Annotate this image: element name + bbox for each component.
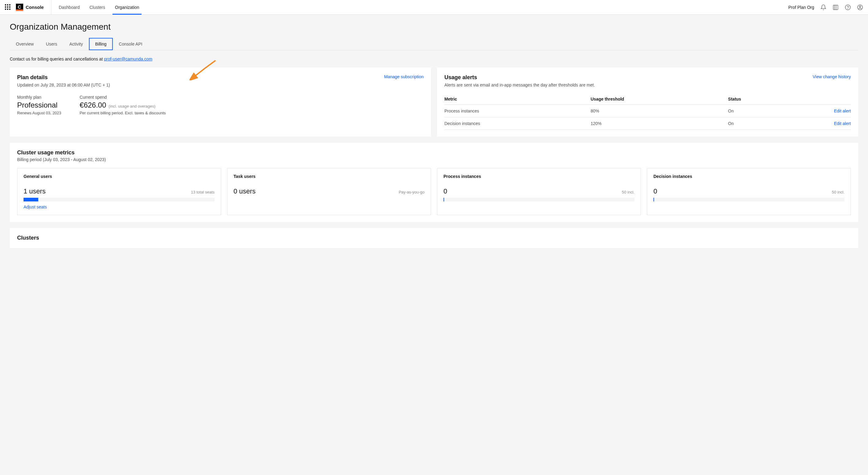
cluster-metrics-period: Billing period (July 03, 2023 - August 0… — [17, 157, 851, 162]
monthly-plan-label: Monthly plan — [17, 95, 61, 100]
cell-threshold: 120% — [590, 117, 728, 130]
tile-value: 0 users — [234, 187, 255, 195]
header-right: Prof Plan Org — [788, 4, 863, 10]
help-icon[interactable] — [845, 4, 851, 10]
spend-value: €626.00 — [80, 101, 106, 109]
nav-dashboard[interactable]: Dashboard — [59, 0, 80, 15]
tile-subvalue: Pay-as-you-go — [399, 190, 425, 194]
tile-title: Task users — [234, 174, 425, 179]
plan-details-title: Plan details — [17, 74, 48, 81]
view-change-history-link[interactable]: View change history — [813, 74, 851, 79]
tile-value: 0 — [443, 187, 447, 195]
cell-threshold: 80% — [590, 105, 728, 117]
tile-task-users: Task users 0 users Pay-as-you-go — [227, 168, 431, 215]
notifications-icon[interactable] — [820, 4, 827, 10]
progress-bar — [443, 198, 634, 201]
svg-point-2 — [848, 8, 848, 8]
plan-renews: Renews August 03, 2023 — [17, 110, 61, 115]
col-metric: Metric — [444, 94, 590, 105]
brand-name: Console — [26, 0, 51, 15]
adjust-seats-link[interactable]: Adjust seats — [24, 204, 215, 210]
tab-users[interactable]: Users — [40, 38, 63, 50]
edit-alert-link[interactable]: Edit alert — [782, 117, 851, 130]
plan-updated: Updated on July 28, 2023 at 06:00 AM (UT… — [17, 83, 424, 87]
apps-icon[interactable] — [833, 4, 839, 10]
tile-general-users: General users 1 users 13 total seats Adj… — [17, 168, 221, 215]
table-row: Decision instances 120% On Edit alert — [444, 117, 851, 130]
progress-bar — [653, 198, 844, 201]
tab-console-api[interactable]: Console API — [113, 38, 149, 50]
page-body: Organization Management Overview Users A… — [0, 15, 868, 255]
tile-title: General users — [24, 174, 215, 179]
top-header: Console Dashboard Clusters Organization … — [0, 0, 868, 15]
plan-name: Professional — [17, 101, 61, 109]
tile-subvalue: 50 incl. — [832, 190, 844, 194]
manage-subscription-link[interactable]: Manage subscription — [384, 74, 424, 79]
tile-process-instances: Process instances 0 50 incl. — [437, 168, 641, 215]
tile-value: 0 — [653, 187, 657, 195]
tile-title: Decision instances — [653, 174, 844, 179]
clusters-title: Clusters — [17, 235, 851, 241]
cluster-metrics-card: Cluster usage metrics Billing period (Ju… — [10, 143, 858, 222]
sub-tabs: Overview Users Activity Billing Console … — [10, 38, 858, 51]
page-title: Organization Management — [10, 22, 858, 32]
contact-line: Contact us for billing queries and cance… — [10, 57, 858, 61]
table-row: Process instances 80% On Edit alert — [444, 105, 851, 117]
svg-rect-0 — [834, 5, 838, 9]
alerts-table: Metric Usage threshold Status Process in… — [444, 94, 851, 130]
svg-point-4 — [860, 6, 861, 7]
tile-subvalue: 50 incl. — [622, 190, 634, 194]
progress-bar — [24, 198, 215, 201]
col-status: Status — [728, 94, 781, 105]
plan-details-card: Plan details Manage subscription Updated… — [10, 68, 431, 137]
cell-status: On — [728, 105, 781, 117]
cell-metric: Process instances — [444, 105, 590, 117]
spend-incl: (incl. usage and overages) — [108, 104, 155, 108]
usage-alerts-card: Usage alerts View change history Alerts … — [437, 68, 858, 137]
monthly-plan-block: Monthly plan Professional Renews August … — [17, 95, 61, 115]
spend-label: Current spend — [80, 95, 166, 100]
tile-title: Process instances — [443, 174, 634, 179]
app-launcher-icon[interactable] — [5, 4, 11, 10]
cell-status: On — [728, 117, 781, 130]
top-nav: Dashboard Clusters Organization — [59, 0, 139, 15]
col-threshold: Usage threshold — [590, 94, 728, 105]
nav-clusters[interactable]: Clusters — [90, 0, 105, 15]
user-icon[interactable] — [857, 4, 863, 10]
tile-decision-instances: Decision instances 0 50 incl. — [647, 168, 851, 215]
edit-alert-link[interactable]: Edit alert — [782, 105, 851, 117]
nav-organization[interactable]: Organization — [115, 0, 139, 15]
tab-activity[interactable]: Activity — [63, 38, 89, 50]
usage-alerts-desc: Alerts are sent via email and in-app mes… — [444, 83, 597, 87]
tile-subvalue: 13 total seats — [191, 190, 215, 194]
tile-value: 1 users — [24, 187, 45, 195]
current-spend-block: Current spend €626.00 (incl. usage and o… — [80, 95, 166, 115]
usage-alerts-title: Usage alerts — [444, 74, 477, 81]
org-name[interactable]: Prof Plan Org — [788, 5, 814, 10]
clusters-card: Clusters — [10, 228, 858, 248]
cell-metric: Decision instances — [444, 117, 590, 130]
contact-prefix: Contact us for billing queries and cance… — [10, 57, 104, 61]
svg-point-1 — [845, 5, 850, 10]
spend-note: Per current billing period. Excl. taxes … — [80, 110, 166, 115]
tab-overview[interactable]: Overview — [10, 38, 40, 50]
brand-logo — [16, 4, 23, 11]
cluster-metrics-title: Cluster usage metrics — [17, 150, 851, 156]
tab-billing[interactable]: Billing — [89, 38, 113, 50]
contact-email-link[interactable]: prof-user@camunda.com — [104, 57, 152, 61]
